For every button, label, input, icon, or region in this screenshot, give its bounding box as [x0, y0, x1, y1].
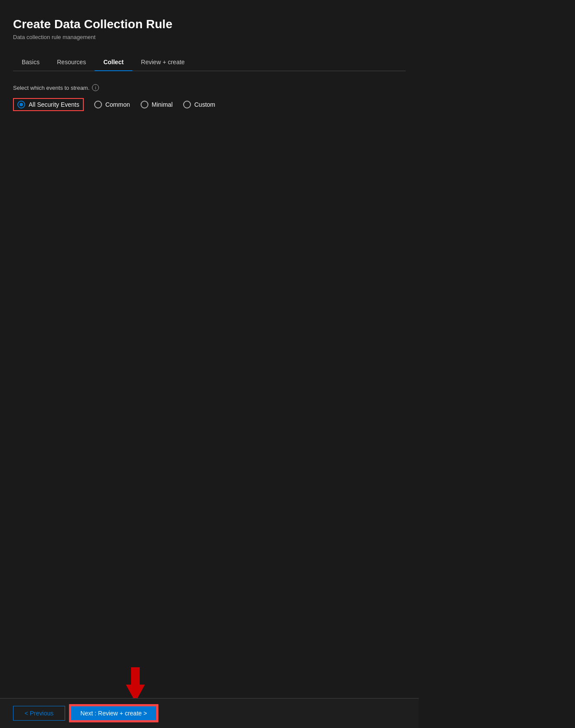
radio-group: All Security Events Common Minimal Custo… — [13, 98, 406, 111]
radio-common[interactable]: Common — [94, 101, 130, 108]
tab-collect[interactable]: Collect — [95, 53, 132, 71]
page-container: Create Data Collection Rule Data collect… — [0, 0, 419, 529]
radio-circle-minimal — [141, 101, 148, 108]
radio-custom[interactable]: Custom — [183, 101, 215, 108]
radio-circle-common — [94, 101, 102, 108]
radio-label-common: Common — [105, 101, 130, 108]
page-subtitle: Data collection rule management — [13, 34, 406, 40]
tab-resources[interactable]: Resources — [48, 53, 95, 71]
info-icon[interactable]: i — [92, 84, 99, 91]
tabs-container: Basics Resources Collect Review + create — [13, 53, 406, 71]
select-events-label: Select which events to stream. i — [13, 84, 406, 91]
radio-minimal[interactable]: Minimal — [141, 101, 173, 108]
radio-circle-custom — [183, 101, 191, 108]
tab-basics[interactable]: Basics — [13, 53, 48, 71]
radio-label-all-security: All Security Events — [29, 101, 79, 108]
radio-label-minimal: Minimal — [152, 101, 173, 108]
radio-label-custom: Custom — [194, 101, 215, 108]
radio-all-security-events[interactable]: All Security Events — [13, 98, 84, 111]
content-section: Select which events to stream. i All Sec… — [13, 84, 406, 529]
radio-circle-all-security — [17, 101, 25, 108]
tab-review-create[interactable]: Review + create — [132, 53, 194, 71]
page-title: Create Data Collection Rule — [13, 17, 406, 31]
header-section: Create Data Collection Rule Data collect… — [13, 17, 406, 40]
